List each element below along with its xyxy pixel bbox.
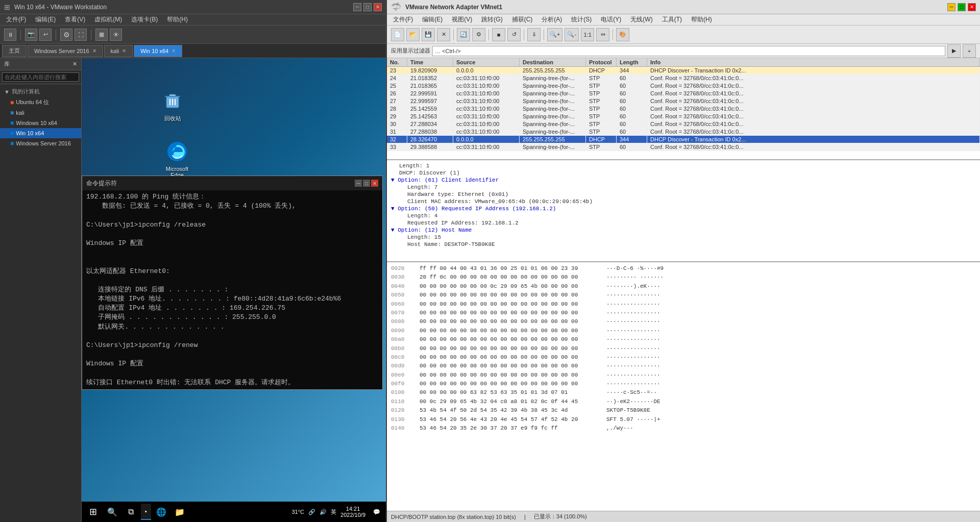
col-header-len[interactable]: Length [617, 58, 647, 66]
tab-kali[interactable]: kali ✕ [104, 45, 133, 57]
desktop-icon-edge[interactable]: Microsoft Edge [157, 137, 197, 180]
toolbar-fullscreen-button[interactable]: ⛶ [75, 29, 87, 41]
ws-menu-analyze[interactable]: 分析(A) [537, 14, 566, 25]
ws-menu-stats[interactable]: 统计(S) [567, 14, 596, 25]
wireshark-minimize-button[interactable]: ─ [947, 3, 955, 11]
sidebar-search-input[interactable] [2, 72, 79, 82]
ws-toolbar-zoom-normal[interactable]: 1:1 [581, 28, 594, 41]
menu-view[interactable]: 查看(V) [61, 14, 89, 25]
sidebar-item-ubuntu[interactable]: ■ Ubuntu 64 位 [0, 97, 81, 108]
tab-win10[interactable]: Win 10 x64 ✕ [134, 45, 182, 57]
packet-row-28[interactable]: 28 25.142559 cc:03:31:10:f0:00 Spanning-… [387, 105, 980, 113]
ws-toolbar-zoom-out[interactable]: 🔍- [565, 28, 579, 41]
col-header-time[interactable]: Time [407, 58, 453, 66]
wireshark-packet-list[interactable]: No. Time Source Destination Protocol Len… [387, 58, 980, 160]
sidebar-item-windows10x64[interactable]: ■ Windows 10 x64 [0, 118, 81, 128]
packet-row-25[interactable]: 25 21.018365 cc:03:31:10:f0:00 Spanning-… [387, 82, 980, 90]
tab-windows-server[interactable]: Windows Server 2016 ✕ [28, 45, 103, 57]
menu-file[interactable]: 文件(F) [2, 14, 30, 25]
col-header-no[interactable]: No. [387, 58, 407, 66]
ws-toolbar-colorize[interactable]: 🎨 [616, 28, 629, 41]
toolbar-pause-button[interactable]: ⏸ [4, 29, 16, 41]
packet-row-23[interactable]: 23 19.820909 0.0.0.0 255.255.255.255 DHC… [387, 67, 980, 74]
taskbar-explorer-button[interactable]: 📁 [172, 504, 188, 520]
tab-windows-server-close[interactable]: ✕ [92, 48, 96, 54]
cmd-maximize-button[interactable]: □ [363, 180, 370, 187]
packet-row-29[interactable]: 29 25.142563 cc:03:31:10:f0:00 Spanning-… [387, 113, 980, 120]
ws-menu-help[interactable]: 帮助(H) [687, 14, 716, 25]
taskbar-start-button[interactable]: ⊞ [84, 503, 102, 521]
packet-row-27[interactable]: 27 22.999597 cc:03:31:10:f0:00 Spanning-… [387, 97, 980, 105]
packet-row-30[interactable]: 30 27.288034 cc:03:31:10:f0:00 Spanning-… [387, 120, 980, 128]
col-header-source[interactable]: Source [453, 58, 520, 66]
ws-menu-capture[interactable]: 捕获(C) [508, 14, 537, 25]
tab-win10-close[interactable]: ✕ [172, 48, 176, 54]
sidebar-my-computer[interactable]: ▼ 我的计算机 [0, 86, 81, 97]
ws-toolbar-stop[interactable]: ■ [492, 28, 505, 41]
packet-row-32[interactable]: 32 28.326470 0.0.0.0 255.255.255.255 DHC… [387, 136, 980, 143]
taskbar-clock[interactable]: 14:21 2022/10/9 [340, 506, 365, 518]
menu-vm[interactable]: 虚拟机(M) [90, 14, 126, 25]
tab-home[interactable]: 主页 [2, 45, 27, 57]
packet-row-26[interactable]: 26 22.999591 cc:03:31:10:f0:00 Spanning-… [387, 90, 980, 97]
ws-toolbar-scroll-end[interactable]: ⇓ [527, 28, 541, 41]
desktop-icon-recycle[interactable]: 回收站 [158, 86, 187, 125]
toolbar-settings-button[interactable]: ⚙ [60, 29, 72, 41]
detail-item-6[interactable]: ▼ Option: (50) Requested IP Address (192… [391, 205, 976, 212]
sidebar-item-kali[interactable]: ■ kali [0, 108, 81, 118]
ws-menu-view[interactable]: 视图(V) [448, 14, 476, 25]
ws-toolbar-resize-cols[interactable]: ⇔ [596, 28, 609, 41]
ws-toolbar-open[interactable]: 📂 [406, 28, 420, 41]
vmware-maximize-button[interactable]: □ [363, 3, 372, 11]
ws-menu-go[interactable]: 跳转(G) [477, 14, 506, 25]
cmd-minimize-button[interactable]: ─ [355, 180, 362, 187]
col-header-dest[interactable]: Destination [520, 58, 586, 66]
ws-toolbar-save[interactable]: 💾 [422, 28, 435, 41]
ws-toolbar-capture-opts[interactable]: ⚙ [472, 28, 485, 41]
vmware-close-button[interactable]: ✕ [374, 3, 382, 11]
menu-edit[interactable]: 编辑(E) [31, 14, 60, 25]
ws-menu-file[interactable]: 文件(F) [389, 14, 417, 25]
taskbar-cmd-app[interactable]: ▪ [141, 504, 151, 520]
ws-filter-input[interactable] [432, 46, 945, 56]
ws-menu-wireless[interactable]: 无线(W) [626, 14, 656, 25]
ws-menu-phone[interactable]: 电话(Y) [597, 14, 625, 25]
menu-help[interactable]: 帮助(H) [163, 14, 192, 25]
col-header-info[interactable]: Info [647, 58, 980, 66]
detail-item-2[interactable]: ▼ Option: (61) Client identifier [391, 177, 976, 184]
taskbar-taskview-button[interactable]: ⧉ [122, 504, 139, 520]
taskbar-notification-button[interactable]: 💬 [370, 505, 384, 519]
sidebar-item-winserver[interactable]: ■ Windows Server 2016 [0, 138, 81, 148]
vmware-minimize-button[interactable]: ─ [353, 3, 361, 11]
col-header-proto[interactable]: Protocol [586, 58, 617, 66]
vm-desktop[interactable]: 回收站 Microsoft Edge [82, 58, 386, 502]
ws-filter-save-button[interactable]: + [963, 44, 976, 58]
ws-toolbar-restart[interactable]: ↺ [507, 28, 521, 41]
cmd-title-bar[interactable]: 命令提示符 ─ □ ✕ [82, 176, 382, 190]
vm-display[interactable]: 回收站 Microsoft Edge [82, 58, 386, 522]
ws-toolbar-close[interactable]: ✕ [437, 28, 450, 41]
toolbar-snap-button[interactable]: 📷 [25, 29, 37, 41]
packet-row-24[interactable]: 24 21.018352 cc:03:31:10:f0:00 Spanning-… [387, 74, 980, 82]
ws-filter-apply-button[interactable]: ▶ [947, 44, 961, 58]
menu-tabs[interactable]: 选项卡(B) [127, 14, 162, 25]
taskbar-search-button[interactable]: 🔍 [104, 504, 120, 520]
sidebar-close-icon[interactable]: ✕ [72, 61, 77, 67]
packet-row-31[interactable]: 31 27.288038 cc:03:31:10:f0:00 Spanning-… [387, 128, 980, 136]
tab-kali-close[interactable]: ✕ [122, 48, 126, 54]
ws-menu-edit[interactable]: 编辑(E) [418, 14, 447, 25]
packet-row-33[interactable]: 33 29.388588 cc:03:31:10:f0:00 Spanning-… [387, 143, 980, 151]
ws-toolbar-zoom-in[interactable]: 🔍+ [547, 28, 562, 41]
taskbar-edge-button[interactable]: 🌐 [153, 504, 169, 520]
sidebar-item-win10[interactable]: ■ Win 10 x64 [0, 128, 81, 138]
detail-item-9[interactable]: ▼ Option: (12) Host Name [391, 227, 976, 234]
ws-menu-tools[interactable]: 工具(T) [658, 14, 686, 25]
toolbar-view-button[interactable]: 👁 [110, 29, 122, 41]
toolbar-unity-button[interactable]: ▦ [95, 29, 108, 41]
wireshark-close-button[interactable]: ✕ [968, 3, 976, 11]
ws-toolbar-new[interactable]: 📄 [391, 28, 404, 41]
toolbar-restore-button[interactable]: ↩ [39, 29, 52, 41]
cmd-close-button[interactable]: ✕ [371, 180, 378, 187]
ws-toolbar-reload[interactable]: 🔄 [457, 28, 470, 41]
wireshark-maximize-button[interactable]: □ [958, 3, 966, 11]
